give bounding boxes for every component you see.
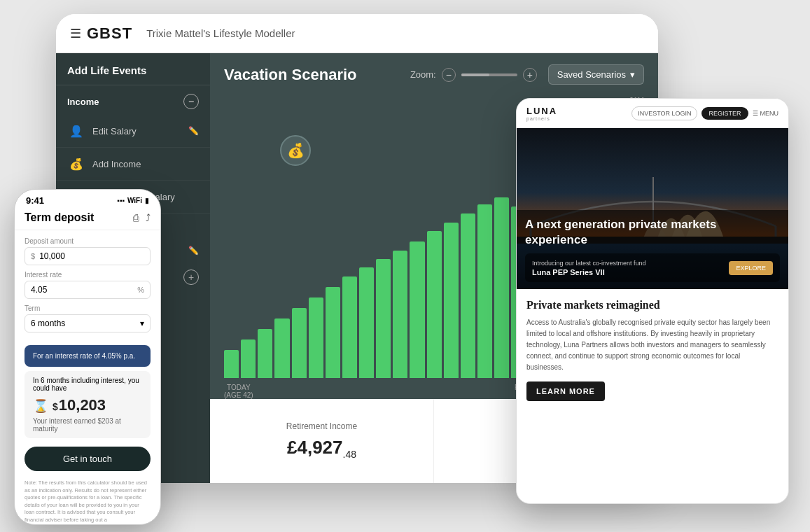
section-body: Access to Australia's globally recognise… (526, 317, 778, 373)
zoom-label: Zoom: (410, 69, 436, 80)
gbst-logo: GBST (87, 24, 132, 43)
sidebar-item-edit-salary[interactable]: 👤 Edit Salary ✏️ (56, 115, 210, 148)
scenario-title: Vacation Scenario (224, 66, 410, 84)
learn-more-button[interactable]: LEARN MORE (526, 382, 605, 401)
hamburger-icon[interactable]: ☰ (70, 26, 81, 41)
deposit-amount-label: Deposit amount (25, 237, 151, 245)
phone-title: Term deposit (25, 211, 94, 224)
bar-1 (224, 350, 239, 378)
zoom-in-button[interactable]: + (523, 68, 537, 82)
sidebar-item-add-income[interactable]: 💰 Add Income (56, 148, 210, 181)
info-box: For an interest rate of 4.05% p.a. (25, 345, 151, 367)
interest-rate-value: 4.05 (31, 285, 47, 295)
luna-content: Private markets reimagined Access to Aus… (517, 289, 788, 411)
bar-7 (326, 287, 340, 378)
zoom-slider[interactable] (461, 74, 517, 76)
interest-suffix: % (137, 286, 144, 294)
interest-rate-label: Interest rate (25, 271, 151, 279)
phone-header-icons: ⎙ ⤴ (133, 212, 151, 223)
luna-tablet: LUNA partners INVESTOR LOGIN REGISTER ☰ … (516, 98, 789, 504)
battery-icon: ▮ (145, 197, 149, 204)
bar-3 (258, 329, 272, 378)
saved-scenarios-button[interactable]: Saved Scenarios ▾ (548, 64, 644, 85)
scenario-header: Vacation Scenario Zoom: − + Saved Scenar… (210, 53, 658, 96)
bar-17 (494, 197, 509, 378)
investing-plus-icon[interactable]: + (183, 270, 199, 285)
promo-title: Luna PEP Series VII (532, 268, 646, 276)
retirement-income-value: £4,927.48 (287, 437, 356, 460)
investor-login-button[interactable]: INVESTOR LOGIN (631, 106, 697, 120)
interest-earned-text: Your interest earned $203 at maturity (33, 417, 142, 433)
share-icon[interactable]: ⤴ (146, 212, 151, 223)
distributions-pencil-icon: ✏️ (188, 246, 199, 255)
bar-10 (376, 259, 391, 378)
hero-text: A next generation private markets experi… (525, 217, 780, 248)
term-label: Term (25, 304, 151, 312)
sidebar-header: Add Life Events (56, 53, 210, 85)
hourglass-icon: ⌛ (33, 398, 48, 414)
hamburger-lines-icon: ☰ (753, 110, 758, 117)
bar-4 (274, 318, 289, 378)
section-heading: Private markets reimagined (526, 299, 778, 312)
phone-time: 9:41 (26, 195, 44, 206)
result-text: In 6 months including interest, you coul… (33, 377, 142, 392)
wifi-icon: WiFi (127, 197, 142, 204)
luna-logo: LUNA partners (526, 106, 557, 121)
hero-overlay: A next generation private markets experi… (517, 210, 788, 289)
deposit-amount-value: 10,000 (39, 251, 65, 261)
sidebar-income-section: Income − (56, 85, 210, 115)
hero-image: A next generation private markets experi… (517, 128, 788, 289)
register-button[interactable]: REGISTER (701, 107, 748, 120)
phone-form: Deposit amount $ 10,000 Interest rate 4.… (15, 230, 160, 345)
retirement-income-result: Retirement Income £4,927.48 (210, 399, 434, 483)
promo-info: Introducing our latest co-investment fun… (532, 259, 646, 276)
deposit-amount-field[interactable]: $ 10,000 (25, 247, 151, 265)
menu-button[interactable]: ☰ MENU (753, 110, 779, 117)
chart-label-today: TODAY (AGE 42) (224, 384, 253, 399)
luna-header: LUNA partners INVESTOR LOGIN REGISTER ☰ … (517, 99, 788, 128)
bar-12 (410, 241, 424, 378)
pencil-icon: ✏️ (188, 126, 199, 136)
bar-14 (444, 223, 459, 378)
bar-8 (342, 276, 357, 378)
term-select[interactable]: 6 months ▾ (25, 314, 151, 332)
promo-bar: Introducing our latest co-investment fun… (525, 253, 780, 282)
phone: 9:41 ▪▪▪ WiFi ▮ Term deposit ⎙ ⤴ Deposit… (14, 189, 161, 525)
big-amount: ⌛ $ 10,203 (33, 396, 142, 414)
savings-bag-icon: 💰 (280, 135, 311, 166)
promo-intro-text: Introducing our latest co-investment fun… (532, 259, 646, 268)
bar-13 (427, 231, 442, 378)
tablet-header: ☰ GBST Trixie Mattel's Lifestyle Modelle… (56, 14, 658, 53)
bar-11 (393, 251, 407, 378)
bar-6 (309, 298, 323, 378)
deposit-currency-prefix: $ (31, 252, 35, 260)
get-in-touch-button[interactable]: Get in touch (25, 447, 151, 471)
term-value: 6 months (31, 318, 65, 328)
explore-button[interactable]: EXPLORE (729, 261, 773, 275)
luna-nav: INVESTOR LOGIN REGISTER ☰ MENU (631, 106, 778, 120)
info-text: For an interest rate of 4.05% p.a. (33, 352, 135, 360)
bar-9 (359, 267, 374, 378)
bar-16 (477, 204, 492, 378)
signal-icon: ▪▪▪ (117, 197, 125, 204)
phone-header: Term deposit ⎙ ⤴ (15, 209, 160, 230)
phone-status-icons: ▪▪▪ WiFi ▮ (117, 197, 149, 204)
income-collapse-icon[interactable]: − (183, 94, 199, 109)
tablet-title: Trixie Mattel's Lifestyle Modeller (146, 27, 295, 39)
phone-status-bar: 9:41 ▪▪▪ WiFi ▮ (15, 190, 160, 209)
zoom-out-button[interactable]: − (442, 68, 456, 82)
print-icon[interactable]: ⎙ (133, 212, 139, 223)
bar-5 (292, 308, 307, 378)
bar-2 (241, 340, 256, 378)
edit-salary-icon: 👤 (67, 122, 85, 140)
add-income-icon: 💰 (67, 155, 85, 173)
phone-disclaimer: Note: The results from this calculator s… (15, 475, 160, 525)
select-chevron-icon: ▾ (140, 318, 144, 328)
retirement-income-label: Retirement Income (286, 421, 357, 431)
amount-value: 10,203 (59, 396, 106, 414)
chevron-down-icon: ▾ (630, 69, 635, 80)
interest-rate-field[interactable]: 4.05 % (25, 281, 151, 299)
result-box: In 6 months including interest, you coul… (25, 371, 151, 438)
bar-15 (461, 214, 475, 378)
zoom-controls: Zoom: − + (410, 68, 537, 82)
